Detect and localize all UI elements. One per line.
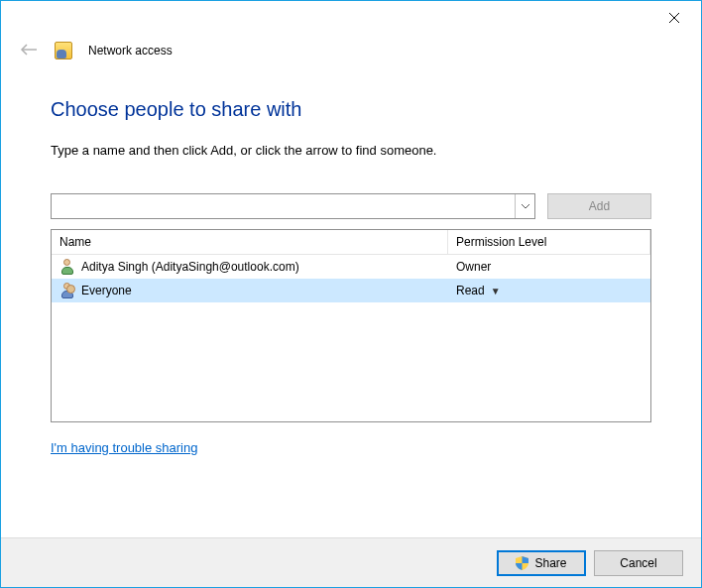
group-icon	[59, 283, 75, 298]
trouble-sharing-link[interactable]: I'm having trouble sharing	[51, 440, 197, 455]
list-header: Name Permission Level	[52, 230, 650, 255]
shield-icon	[516, 556, 528, 570]
name-combobox[interactable]	[51, 193, 535, 219]
permission-dropdown[interactable]: Read▼	[456, 284, 501, 297]
footer: Share Cancel	[1, 537, 701, 587]
list-row[interactable]: EveryoneRead▼	[52, 279, 650, 302]
cancel-button[interactable]: Cancel	[594, 550, 683, 576]
list-row[interactable]: Aditya Singh (AdityaSingh@outlook.com)Ow…	[52, 255, 650, 279]
close-button[interactable]	[659, 7, 689, 29]
page-heading: Choose people to share with	[51, 98, 651, 121]
share-list: Name Permission Level Aditya Singh (Adit…	[51, 229, 651, 422]
window-title: Network access	[88, 44, 173, 58]
name-input[interactable]	[52, 194, 515, 218]
row-permission: Read	[456, 284, 485, 297]
instruction-text: Type a name and then click Add, or click…	[51, 143, 651, 158]
add-button[interactable]: Add	[547, 193, 651, 219]
column-permission[interactable]: Permission Level	[448, 230, 650, 254]
share-button-label: Share	[534, 556, 566, 570]
back-arrow-icon[interactable]	[19, 41, 39, 60]
chevron-down-icon[interactable]	[515, 194, 534, 218]
permission-dropdown: Owner	[456, 260, 491, 274]
caret-down-icon: ▼	[491, 286, 501, 296]
share-button[interactable]: Share	[497, 550, 586, 576]
user-icon	[59, 259, 75, 275]
row-permission: Owner	[456, 260, 491, 274]
column-name[interactable]: Name	[52, 230, 448, 254]
header-row: Network access	[1, 33, 701, 60]
network-access-icon	[55, 42, 72, 59]
row-name: Everyone	[81, 284, 132, 297]
row-name: Aditya Singh (AdityaSingh@outlook.com)	[81, 260, 299, 274]
